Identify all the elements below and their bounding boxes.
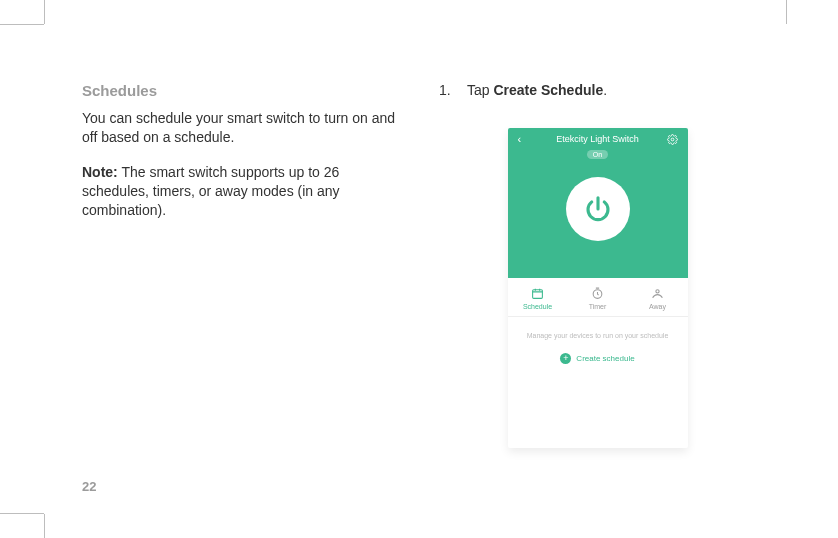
page-content: Schedules You can schedule your smart sw… — [82, 82, 756, 498]
crop-mark — [786, 0, 787, 24]
device-title: Etekcity Light Switch — [556, 134, 639, 144]
phone-titlebar: ‹ Etekcity Light Switch — [508, 128, 688, 148]
step-prefix: Tap — [467, 82, 493, 98]
tab-label: Away — [649, 303, 666, 310]
back-icon[interactable]: ‹ — [518, 134, 522, 145]
right-column: 1. Tap Create Schedule. ‹ Etekcity Light… — [439, 82, 756, 498]
step-text: Tap Create Schedule. — [467, 82, 607, 98]
step-bold: Create Schedule — [493, 82, 603, 98]
crop-mark — [0, 513, 44, 514]
tab-away[interactable]: Away — [628, 286, 688, 310]
step-1: 1. Tap Create Schedule. — [439, 82, 756, 98]
device-state-badge: On — [587, 150, 608, 159]
create-schedule-button[interactable]: + Create schedule — [560, 353, 634, 364]
intro-paragraph: You can schedule your smart switch to tu… — [82, 109, 399, 147]
crop-mark — [44, 0, 45, 24]
plus-icon: + — [560, 353, 571, 364]
tab-schedule[interactable]: Schedule — [508, 286, 568, 310]
create-label: Create schedule — [576, 354, 634, 363]
svg-point-3 — [656, 289, 659, 292]
section-heading: Schedules — [82, 82, 399, 99]
note-paragraph: Note: The smart switch supports up to 26… — [82, 163, 399, 220]
crop-mark — [0, 24, 44, 25]
page-number: 22 — [82, 479, 96, 494]
timer-icon — [591, 286, 605, 300]
tab-label: Schedule — [523, 303, 552, 310]
svg-rect-1 — [533, 289, 543, 298]
phone-content: Manage your devices to run on your sched… — [508, 317, 688, 448]
phone-screenshot: ‹ Etekcity Light Switch On — [439, 128, 756, 448]
calendar-icon — [531, 286, 545, 300]
away-icon — [651, 286, 665, 300]
tab-timer[interactable]: Timer — [568, 286, 628, 310]
step-number: 1. — [439, 82, 453, 98]
step-suffix: . — [603, 82, 607, 98]
phone-frame: ‹ Etekcity Light Switch On — [508, 128, 688, 448]
phone-header: ‹ Etekcity Light Switch On — [508, 128, 688, 278]
empty-hint: Manage your devices to run on your sched… — [527, 331, 669, 341]
tab-label: Timer — [589, 303, 607, 310]
gear-icon[interactable] — [667, 134, 678, 147]
svg-point-0 — [671, 138, 674, 141]
note-label: Note: — [82, 164, 118, 180]
left-column: Schedules You can schedule your smart sw… — [82, 82, 399, 498]
note-body: The smart switch supports up to 26 sched… — [82, 164, 340, 218]
crop-mark — [44, 514, 45, 538]
phone-tabs: Schedule Timer Away — [508, 278, 688, 317]
power-button[interactable] — [566, 177, 630, 241]
